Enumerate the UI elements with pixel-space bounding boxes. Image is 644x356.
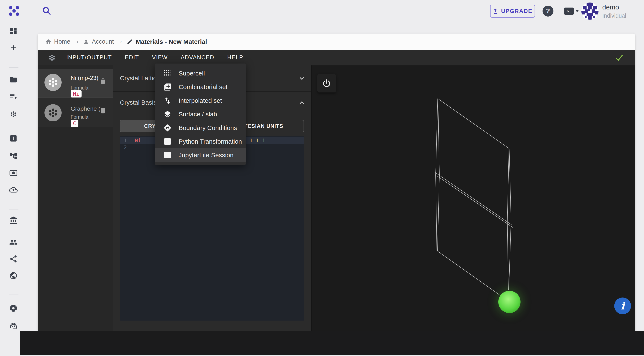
terminal-icon xyxy=(163,137,172,146)
atom-sphere xyxy=(498,291,520,313)
menu-item-boundary-conditions[interactable]: Boundary Conditions xyxy=(155,121,246,134)
home-icon xyxy=(45,38,52,45)
material-avatar xyxy=(44,74,62,91)
formula-badge: Ni xyxy=(71,90,82,98)
sidebar-item-uploads[interactable] xyxy=(9,186,18,194)
editor-token-atom: Ni xyxy=(135,138,141,144)
breadcrumb-home[interactable]: Home xyxy=(54,38,70,45)
sidebar-item-media[interactable] xyxy=(9,169,18,177)
formula-label: Formula: xyxy=(71,114,90,120)
directions-icon xyxy=(163,124,172,132)
menu-item-combinatorial-set[interactable]: Combinatorial set xyxy=(155,80,246,94)
menu-input-output[interactable]: INPUT/OUTPUT xyxy=(66,54,112,61)
globe-icon xyxy=(9,272,18,280)
upgrade-button[interactable]: UPGRADE xyxy=(490,4,535,18)
menu-item-label: Interpolated set xyxy=(178,97,222,104)
material-3d-viewer[interactable]: i xyxy=(311,66,635,331)
chevron-down-icon xyxy=(576,10,579,12)
menu-advanced[interactable]: ADVANCED xyxy=(181,54,214,61)
menu-item-label: Supercell xyxy=(178,70,205,77)
media-cloud-icon xyxy=(9,169,18,177)
person-icon xyxy=(83,38,89,45)
user-avatar[interactable] xyxy=(581,2,598,20)
sidebar-item-workflows[interactable] xyxy=(9,152,18,160)
viewer-power-button[interactable] xyxy=(318,74,336,92)
viewer-info-button[interactable]: i xyxy=(614,298,631,314)
sidebar-item-help[interactable] xyxy=(9,304,18,312)
looks-one-icon xyxy=(9,134,18,142)
sidebar-item-public[interactable] xyxy=(9,272,18,280)
mat3ra-logo[interactable] xyxy=(8,5,20,17)
jobs-list-icon xyxy=(9,92,18,100)
folder-icon xyxy=(9,76,18,84)
support-agent-icon xyxy=(9,322,18,330)
sidebar-item-teams[interactable] xyxy=(9,238,18,246)
chevron-up-icon[interactable] xyxy=(298,99,306,106)
menu-view[interactable]: VIEW xyxy=(152,54,168,61)
help-button[interactable]: ? xyxy=(542,6,554,16)
editor-token-flags: 1 1 1 xyxy=(250,138,265,144)
line-number: 1 xyxy=(124,138,127,144)
material-item-graphene[interactable]: Graphene (... Formula: C xyxy=(38,98,113,127)
sidebar-item-materials[interactable] xyxy=(9,110,18,118)
breadcrumb-account[interactable]: Account xyxy=(92,38,114,45)
menu-edit[interactable]: EDIT xyxy=(125,54,139,61)
line-number: 2 xyxy=(124,144,127,150)
sidebar-item-sharing[interactable] xyxy=(9,255,18,263)
sidebar-item-projects[interactable] xyxy=(9,76,18,84)
sidebar-item-create[interactable] xyxy=(9,44,18,52)
rail-divider xyxy=(9,209,18,210)
menu-item-label: Boundary Conditions xyxy=(178,124,237,132)
power-icon xyxy=(322,78,331,88)
advanced-dropdown-menu: Supercell Combinatorial set Interpolated… xyxy=(155,64,246,165)
material-item-ni[interactable]: Ni (mp-23) Formula: Ni xyxy=(38,69,113,98)
supercell-grid-icon xyxy=(163,69,172,78)
sidebar-item-bank[interactable] xyxy=(9,216,18,224)
menu-item-surface-slab[interactable]: Surface / slab xyxy=(155,107,246,121)
console-menu-button[interactable]: >_ xyxy=(564,8,579,15)
crystal-lattice-header[interactable]: Crystal Lattice xyxy=(120,75,160,82)
menu-item-label: Python Transformation xyxy=(178,138,242,145)
materials-molecule-icon xyxy=(9,110,18,118)
help-wheel-icon xyxy=(9,304,18,312)
menu-item-interpolated-set[interactable]: Interpolated set xyxy=(155,94,246,107)
user-plan: Individual xyxy=(602,12,626,19)
sidebar-item-single-item[interactable] xyxy=(9,134,18,142)
pencil-icon xyxy=(126,38,133,45)
workspace-card: Home › Account › Materials - New Materia… xyxy=(38,34,635,331)
cloud-upload-icon xyxy=(9,186,18,194)
terminal-icon xyxy=(163,151,172,160)
crystal-basis-header[interactable]: Crystal Basis xyxy=(120,99,156,106)
menu-help[interactable]: HELP xyxy=(227,54,244,61)
menu-item-label: Combinatorial set xyxy=(178,84,228,90)
dashboard-icon xyxy=(9,27,18,35)
chevron-right-icon: › xyxy=(120,38,122,45)
help-question-icon: ? xyxy=(546,7,550,15)
people-icon xyxy=(9,238,18,246)
add-icon xyxy=(9,44,18,52)
trash-icon[interactable] xyxy=(99,107,106,115)
rail-divider xyxy=(9,67,18,68)
account-tree-icon xyxy=(9,152,18,160)
menu-item-label: Surface / slab xyxy=(178,111,217,118)
sidebar-item-dashboard[interactable] xyxy=(9,27,18,35)
menu-item-python-transformation[interactable]: Python Transformation xyxy=(155,134,246,148)
upload-arrow-icon xyxy=(493,8,498,14)
terminal-icon: >_ xyxy=(564,8,574,15)
user-name: demo xyxy=(602,3,619,11)
trash-icon[interactable] xyxy=(99,77,106,85)
materials-panel: Ni (mp-23) Formula: Ni Graphene (... For… xyxy=(38,66,113,331)
chevron-down-icon[interactable] xyxy=(298,75,306,82)
molecule-icon xyxy=(48,53,56,62)
search-button[interactable] xyxy=(42,6,52,16)
menu-item-jupyterlite-session[interactable]: JupyterLite Session xyxy=(155,148,246,162)
formula-label: Formula: xyxy=(71,85,90,91)
upgrade-label: UPGRADE xyxy=(501,8,532,14)
editor-menubar: INPUT/OUTPUT EDIT VIEW ADVANCED HELP xyxy=(38,50,635,66)
menu-item-supercell[interactable]: Supercell xyxy=(155,66,246,80)
search-icon xyxy=(42,6,52,16)
sidebar-item-support[interactable] xyxy=(9,322,18,330)
workbench-footer xyxy=(20,331,644,355)
sidebar-item-jobs[interactable] xyxy=(9,92,18,100)
check-icon xyxy=(615,54,624,62)
